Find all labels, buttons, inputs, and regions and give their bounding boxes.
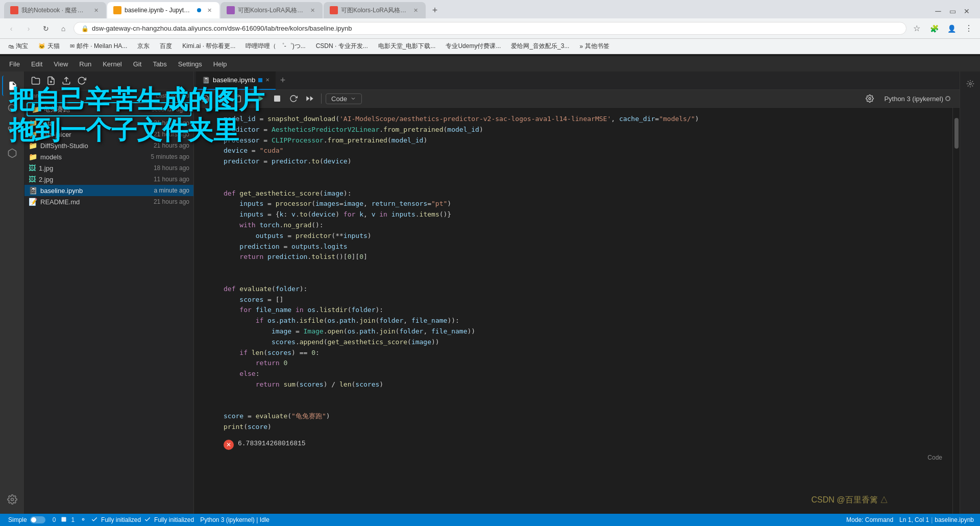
back-button[interactable]: ‹ xyxy=(4,21,18,36)
menu-view[interactable]: View xyxy=(48,59,73,69)
tab-1-close[interactable]: ✕ xyxy=(92,6,100,14)
svg-marker-9 xyxy=(258,95,263,102)
bookmark-udemy[interactable]: 专业Udemy付费课... xyxy=(442,41,505,52)
file-item-readme[interactable]: 📝 README.md 21 hours ago xyxy=(24,196,193,207)
menu-help[interactable]: Help xyxy=(208,59,232,69)
file-item-1jpg[interactable]: 🖼 1.jpg 18 hours ago xyxy=(24,162,193,174)
new-folder-button[interactable] xyxy=(29,74,43,88)
sidebar-extensions-icon[interactable] xyxy=(2,143,22,163)
bookmark-mail[interactable]: ✉邮件 · Meilan HA... xyxy=(66,41,131,52)
col-modified-header: Last Modified xyxy=(128,92,189,99)
code-cell: model_id = snapshot_download('AI-ModelSc… xyxy=(194,112,952,435)
markdown-icon-readme: 📝 xyxy=(29,198,37,206)
simple-toggle[interactable]: Simple xyxy=(4,516,50,523)
sidebar-search-icon[interactable] xyxy=(2,98,22,118)
tab-3-close[interactable]: ✕ xyxy=(308,6,316,14)
minimize-button[interactable]: ─ xyxy=(933,6,943,16)
copy-button[interactable] xyxy=(214,91,229,106)
notebook-icon-baseline: 📓 xyxy=(29,186,37,195)
menu-file[interactable]: File xyxy=(4,59,25,69)
browser-tab-1[interactable]: 我的Notebook · 魔搭社区 ✕ xyxy=(4,2,106,18)
tab-2-close[interactable]: ✕ xyxy=(205,6,213,14)
menu-settings[interactable]: Settings xyxy=(173,59,207,69)
cell-content[interactable]: model_id = snapshot_download('AI-ModelSc… xyxy=(224,114,948,433)
address-bar[interactable]: 🔒 dsw-gateway-cn-hangzhou.data.aliyuncs.… xyxy=(74,22,906,35)
new-tab-button[interactable]: + xyxy=(427,2,443,18)
file-item-baseline[interactable]: 📓 baseline.ipynb a minute ago xyxy=(24,185,193,196)
restart-button[interactable] xyxy=(286,91,301,106)
bookmark-kimi[interactable]: Kimi.ai · 帮你看更... xyxy=(178,41,239,52)
extensions-button[interactable]: 🧩 xyxy=(927,21,941,36)
profile-button[interactable]: 👤 xyxy=(944,21,959,36)
sidebar-files-icon[interactable] xyxy=(2,76,22,96)
status-position: Ln 1, Col 1 xyxy=(897,516,931,523)
sidebar-git-icon[interactable] xyxy=(2,121,22,141)
save-button[interactable] xyxy=(198,91,212,106)
menu-run[interactable]: Run xyxy=(74,59,96,69)
bookmark-star[interactable]: ☆ xyxy=(910,21,924,36)
bookmark-jd[interactable]: 京东 xyxy=(133,41,154,52)
stop-button[interactable] xyxy=(270,91,284,106)
close-window-button[interactable]: ✕ xyxy=(962,6,972,16)
file-item-guitu[interactable]: 📁 龟兔赛跑 seconds ago xyxy=(27,102,191,116)
bookmark-dianying[interactable]: 电影天堂_电影下载... xyxy=(374,41,440,52)
lock-icon: 🔒 xyxy=(81,25,89,32)
sidebar-settings-icon[interactable] xyxy=(2,489,22,510)
status-icon-gear[interactable] xyxy=(77,516,90,524)
tab-3-title: 可图Kolors-LoRA风格故事挑战... xyxy=(238,6,305,15)
file-item-2jpg[interactable]: 🖼 2.jpg 11 hours ago xyxy=(24,174,193,185)
settings-icon-right[interactable] xyxy=(863,91,877,106)
file-item-data-juicer[interactable]: 📁 data-juicer 21 hours ago xyxy=(24,129,193,140)
kernel-name-label: Python 3 (ipykernel) xyxy=(884,95,943,103)
menu-kernel[interactable]: Kernel xyxy=(97,59,127,69)
add-notebook-tab[interactable]: + xyxy=(276,74,290,88)
notebook-tab-baseline[interactable]: 📓 baseline.ipynb ✕ xyxy=(196,71,276,90)
svg-rect-7 xyxy=(220,98,225,102)
maximize-button[interactable]: ▭ xyxy=(947,6,958,16)
upload-button[interactable] xyxy=(59,74,74,88)
forward-button[interactable]: › xyxy=(21,21,36,36)
file-item-diffsynth[interactable]: 📁 DiffSynth-Studio 21 hours ago xyxy=(24,140,193,151)
folder-icon-data: 📁 xyxy=(29,119,37,127)
menu-edit[interactable]: Edit xyxy=(26,59,47,69)
new-file-button[interactable] xyxy=(44,74,58,88)
file-name-guitu: 龟兔赛跑 xyxy=(43,105,149,114)
code-scroll-area[interactable]: model_id = snapshot_download('AI-ModelSc… xyxy=(194,108,952,514)
bookmark-tianmao[interactable]: 🐱天猫 xyxy=(34,41,64,52)
bookmark-baidu[interactable]: 百度 xyxy=(156,41,176,52)
notebook-tab-icon: 📓 xyxy=(202,77,210,84)
browser-tab-4[interactable]: 可图Kolors-LoRA风格故事挑战... ✕ xyxy=(324,2,426,18)
file-modified-models: 5 minutes ago xyxy=(128,153,189,160)
vertical-scrollbar[interactable] xyxy=(952,108,960,514)
bookmark-taobao[interactable]: 🛍淘宝 xyxy=(4,41,32,52)
file-item-models[interactable]: 📁 models 5 minutes ago xyxy=(24,151,193,162)
file-modified-2jpg: 11 hours ago xyxy=(128,176,189,183)
more-button[interactable]: ⋮ xyxy=(962,21,976,36)
fast-forward-button[interactable] xyxy=(303,91,317,106)
bookmark-csdn[interactable]: CSDN · 专业开发... xyxy=(312,41,372,52)
run-button[interactable] xyxy=(254,91,268,106)
refresh-button[interactable] xyxy=(75,74,89,88)
kernel-status-button[interactable]: Python 3 (ipykernel) xyxy=(879,94,955,104)
reload-button[interactable]: ↻ xyxy=(39,21,53,36)
status-number-0: 0 xyxy=(50,516,59,523)
paste-button[interactable] xyxy=(231,91,245,106)
browser-tab-3[interactable]: 可图Kolors-LoRA风格故事挑战... ✕ xyxy=(220,2,323,18)
tab-4-close[interactable]: ✕ xyxy=(411,6,420,14)
bookmark-more[interactable]: »其他书签 xyxy=(575,41,614,52)
scrollbar-thumb[interactable] xyxy=(954,118,959,149)
menu-tabs[interactable]: Tabs xyxy=(148,59,172,69)
status-number-1b: 1 xyxy=(69,516,77,523)
file-modified-diffsynth: 21 hours ago xyxy=(128,142,189,149)
file-name-data-juicer: data-juicer xyxy=(40,131,125,138)
bookmark-aigei[interactable]: 爱给网_音效配乐_3... xyxy=(507,41,573,52)
home-button[interactable]: ⌂ xyxy=(56,21,70,36)
menu-git[interactable]: Git xyxy=(128,59,147,69)
folder-icon-diffsynth: 📁 xyxy=(29,141,37,150)
notebook-tab-close[interactable]: ✕ xyxy=(265,77,270,83)
file-item-data[interactable]: 📁 data 21 hours ago xyxy=(24,117,193,129)
browser-tab-2[interactable]: baseline.ipynb - JupyterLab ✕ xyxy=(107,2,219,18)
right-panel-icon-1[interactable] xyxy=(962,76,978,92)
bookmark-bilibili[interactable]: 哔哩哔哩（ ゜-゜)つ... xyxy=(241,41,309,52)
kernel-selector[interactable]: Code xyxy=(326,93,362,104)
